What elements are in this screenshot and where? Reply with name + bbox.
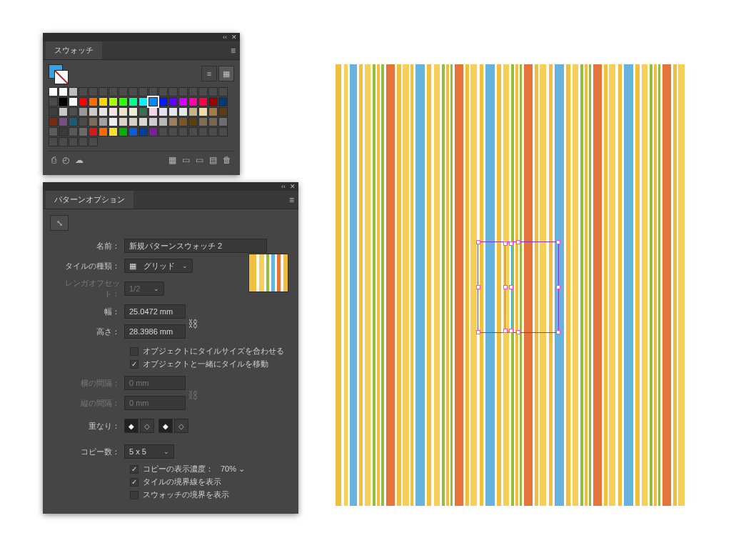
swatch-cell[interactable] <box>138 127 148 136</box>
collapse-icon[interactable]: ‹‹ <box>281 183 286 190</box>
color-groups-icon[interactable]: ◴ <box>62 155 69 165</box>
swatch-cell[interactable] <box>79 117 88 126</box>
swatch-cell[interactable] <box>178 87 188 96</box>
dim-copies-checkbox[interactable] <box>130 465 138 474</box>
swatch-cell[interactable] <box>188 127 198 136</box>
resize-handle-sw[interactable] <box>476 330 480 334</box>
resize-handle-se[interactable] <box>556 330 560 334</box>
show-swatch-bounds-checkbox[interactable] <box>130 491 138 499</box>
swatch-cell[interactable] <box>109 107 118 116</box>
swatch-cell[interactable] <box>178 97 188 106</box>
swatch-cell[interactable] <box>69 117 78 126</box>
new-color-group-icon[interactable]: ▭ <box>182 155 190 165</box>
swatch-cell[interactable] <box>109 87 118 96</box>
swatch-cell[interactable] <box>218 97 228 106</box>
swatch-cell[interactable] <box>109 97 118 106</box>
swatch-cell[interactable] <box>69 127 78 136</box>
swatch-cell[interactable] <box>99 107 108 116</box>
resize-handle-e[interactable] <box>556 285 560 289</box>
swatch-cell[interactable] <box>148 87 158 96</box>
swatch-cell[interactable] <box>218 107 228 116</box>
swatch-cell[interactable] <box>49 87 58 96</box>
swatch-cell[interactable] <box>69 107 78 116</box>
panel-menu-icon[interactable]: ≡ <box>231 46 236 56</box>
swatch-cell[interactable] <box>59 107 68 116</box>
panel-title-bar[interactable]: ‹‹ ✕ <box>43 182 298 191</box>
swatch-cell[interactable] <box>168 117 178 126</box>
swatch-cell[interactable] <box>59 127 68 136</box>
swatch-cell[interactable] <box>208 87 218 96</box>
swatch-cell[interactable] <box>198 107 208 116</box>
swatch-cell[interactable] <box>138 97 148 106</box>
dim-percent-select[interactable]: 70% ⌄ <box>221 464 259 474</box>
swatch-cell[interactable] <box>168 87 178 96</box>
swatch-cell[interactable] <box>119 97 128 106</box>
resize-handle-s[interactable] <box>516 330 520 334</box>
close-icon[interactable]: ✕ <box>290 183 296 190</box>
swatch-cell[interactable] <box>218 127 228 136</box>
swatch-cell[interactable] <box>69 97 78 106</box>
resize-handle-ne[interactable] <box>556 240 560 244</box>
swatch-cell[interactable] <box>178 117 188 126</box>
overlap-toggle[interactable]: ◆ <box>158 419 173 433</box>
swatch-cell[interactable] <box>158 97 168 106</box>
tab-swatches[interactable]: スウォッチ <box>46 41 102 59</box>
swatch-cell[interactable] <box>208 107 218 116</box>
swatch-cell[interactable] <box>79 137 88 146</box>
swatch-cell[interactable] <box>168 97 178 106</box>
tile-type-select[interactable]: ▦ グリッド ⌄ <box>124 259 193 273</box>
swatch-cell[interactable] <box>148 97 158 106</box>
panel-menu-icon[interactable]: ≡ <box>289 195 294 205</box>
grid-view-button[interactable]: ▦ <box>218 66 234 81</box>
swatch-cell[interactable] <box>188 117 198 126</box>
swatch-cell[interactable] <box>119 87 128 96</box>
swatch-cell[interactable] <box>49 117 58 126</box>
swatch-cell[interactable] <box>208 97 218 106</box>
swatch-cell[interactable] <box>59 137 68 146</box>
swatch-cell[interactable] <box>158 127 168 136</box>
current-stroke-swatch[interactable] <box>54 70 69 84</box>
collapse-icon[interactable]: ‹‹ <box>223 34 227 41</box>
swatch-cell[interactable] <box>128 117 138 126</box>
delete-swatch-icon[interactable]: 🗑 <box>223 155 231 165</box>
swatch-cell[interactable] <box>69 87 78 96</box>
resize-handle-ne[interactable] <box>509 241 513 246</box>
swatch-cell[interactable] <box>99 117 108 126</box>
resize-handle-n[interactable] <box>516 240 520 244</box>
swatch-cell[interactable] <box>188 107 198 116</box>
swatch-cell[interactable] <box>128 87 138 96</box>
swatch-cell[interactable] <box>119 127 128 136</box>
resize-handle-w[interactable] <box>503 285 508 289</box>
resize-handle-nw[interactable] <box>476 240 480 244</box>
copies-select[interactable]: 5 x 5 ⌄ <box>124 444 174 459</box>
link-dimensions-icon[interactable]: ⛓ <box>186 309 200 338</box>
swatch-cell[interactable] <box>109 127 118 136</box>
swatch-cell[interactable] <box>89 87 98 96</box>
overlap-toggle[interactable]: ◇ <box>174 419 188 433</box>
swatch-cell[interactable] <box>198 97 208 106</box>
current-fill-stroke[interactable] <box>49 64 67 83</box>
swatch-cell[interactable] <box>198 127 208 136</box>
swatch-cell[interactable] <box>138 107 148 116</box>
swatch-cell[interactable] <box>89 127 98 136</box>
swatch-cell[interactable] <box>168 107 178 116</box>
swatch-options-icon[interactable]: ▤ <box>209 155 217 165</box>
swatch-cell[interactable] <box>218 117 228 126</box>
new-swatch-icon[interactable]: ▭ <box>196 155 203 165</box>
swatch-cell[interactable] <box>198 117 208 126</box>
overlap-toggle[interactable]: ◆ <box>124 419 138 433</box>
swatch-cell[interactable] <box>89 107 98 116</box>
show-tile-edge-checkbox[interactable] <box>130 478 138 487</box>
swatch-cell[interactable] <box>208 127 218 136</box>
swatch-cell[interactable] <box>218 87 228 96</box>
swatch-cell[interactable] <box>79 87 88 96</box>
pattern-canvas[interactable] <box>336 64 732 506</box>
swatch-cell[interactable] <box>49 107 58 116</box>
swatch-cell[interactable] <box>89 117 98 126</box>
selection-guide[interactable] <box>505 243 512 332</box>
swatch-cell[interactable] <box>89 137 98 146</box>
tab-pattern-options[interactable]: パターンオプション <box>46 191 133 209</box>
swatch-cell[interactable] <box>208 117 218 126</box>
swatch-cell[interactable] <box>158 87 168 96</box>
tile-bounding-box[interactable] <box>478 241 559 333</box>
